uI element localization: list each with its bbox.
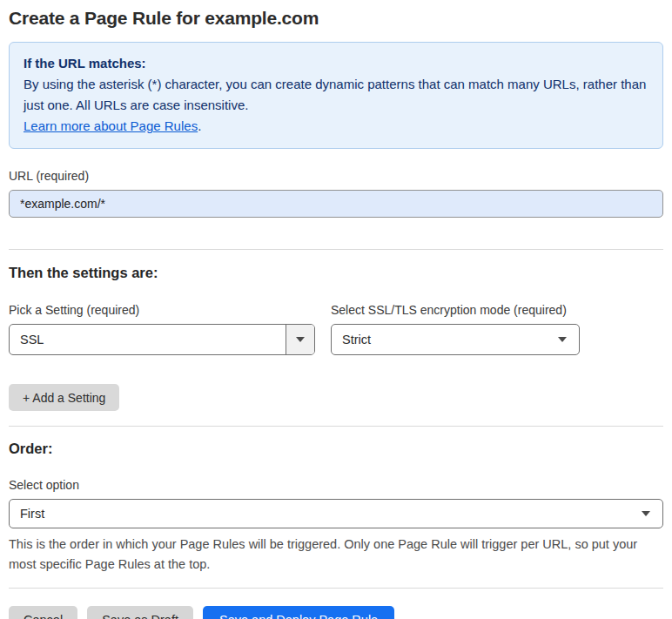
link-suffix: . [198, 118, 201, 133]
order-help-text: This is the order in which your Page Rul… [9, 535, 663, 575]
mode-select-group: Select SSL/TLS encryption mode (required… [331, 303, 580, 355]
settings-row: Pick a Setting (required) SSL Select SSL… [9, 303, 663, 355]
setting-select-label: Pick a Setting (required) [9, 303, 315, 317]
order-section-heading: Order: [9, 441, 663, 457]
chevron-down-icon [558, 337, 567, 342]
divider [9, 249, 663, 250]
order-select[interactable]: First [9, 499, 663, 528]
save-as-draft-button[interactable]: Save as Draft [87, 606, 193, 619]
setting-select-caret-button[interactable] [286, 325, 314, 354]
mode-select-label: Select SSL/TLS encryption mode (required… [331, 303, 580, 317]
mode-select-caret [558, 337, 579, 342]
setting-select-group: Pick a Setting (required) SSL [9, 303, 315, 355]
mode-select[interactable]: Strict [331, 324, 580, 355]
info-banner-heading: If the URL matches: [24, 53, 648, 74]
page-rule-form: Create a Page Rule for example.com If th… [0, 8, 672, 619]
info-banner-body: By using the asterisk (*) character, you… [24, 74, 648, 116]
mode-select-value: Strict [332, 333, 558, 347]
divider [9, 426, 663, 427]
url-input[interactable] [9, 190, 663, 218]
setting-select-value: SSL [10, 333, 286, 347]
cancel-button[interactable]: Cancel [9, 606, 77, 619]
order-select-caret [642, 511, 662, 516]
page-title: Create a Page Rule for example.com [9, 8, 663, 29]
order-select-label: Select option [9, 478, 663, 492]
chevron-down-icon [296, 337, 305, 342]
learn-more-link[interactable]: Learn more about Page Rules [24, 118, 198, 133]
save-and-deploy-button[interactable]: Save and Deploy Page Rule [203, 606, 394, 619]
info-banner: If the URL matches: By using the asteris… [9, 42, 663, 149]
setting-select[interactable]: SSL [9, 324, 315, 355]
url-field-label: URL (required) [9, 169, 663, 183]
divider [9, 588, 663, 589]
footer-buttons: Cancel Save as Draft Save and Deploy Pag… [9, 606, 663, 619]
add-setting-button[interactable]: + Add a Setting [9, 384, 119, 411]
order-select-value: First [10, 507, 642, 521]
info-banner-link-line: Learn more about Page Rules. [24, 116, 648, 137]
settings-section-heading: Then the settings are: [9, 265, 663, 281]
chevron-down-icon [642, 511, 650, 516]
